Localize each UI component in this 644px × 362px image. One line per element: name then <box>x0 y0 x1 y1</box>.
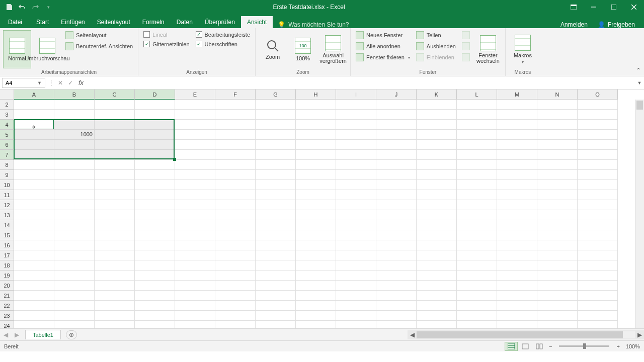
cell[interactable] <box>14 250 54 260</box>
cell[interactable] <box>457 281 497 291</box>
cell[interactable] <box>376 311 417 321</box>
cell[interactable] <box>497 110 537 120</box>
cell[interactable] <box>95 210 135 220</box>
tell-me-search[interactable]: 💡 Was möchten Sie tun? <box>273 21 354 28</box>
cell[interactable] <box>256 220 296 230</box>
cell[interactable] <box>417 200 457 210</box>
cell[interactable] <box>215 281 256 291</box>
col-header[interactable]: K <box>417 89 457 100</box>
cell[interactable] <box>14 260 54 270</box>
undo-icon[interactable] <box>16 1 28 13</box>
cell[interactable] <box>537 230 578 240</box>
cell[interactable] <box>336 160 376 170</box>
redo-icon[interactable] <box>29 1 41 13</box>
cell[interactable] <box>336 170 376 180</box>
tab-ueberpruefen[interactable]: Überprüfen <box>199 16 241 28</box>
cell[interactable] <box>215 301 256 311</box>
cell[interactable] <box>95 220 135 230</box>
cell[interactable] <box>14 321 54 328</box>
row-header[interactable]: 8 <box>0 160 14 170</box>
cell[interactable] <box>376 220 417 230</box>
cell[interactable] <box>54 210 95 220</box>
cell[interactable] <box>497 301 537 311</box>
cell[interactable] <box>376 270 417 281</box>
cell[interactable] <box>417 190 457 200</box>
cell[interactable] <box>417 180 457 190</box>
cell[interactable] <box>457 170 497 180</box>
save-icon[interactable] <box>3 1 15 13</box>
cell[interactable] <box>95 230 135 240</box>
cell[interactable] <box>417 260 457 270</box>
row-header[interactable]: 9 <box>0 170 14 180</box>
cell[interactable] <box>417 140 457 150</box>
cell[interactable] <box>376 200 417 210</box>
cell[interactable] <box>336 281 376 291</box>
cell[interactable] <box>457 190 497 200</box>
cell[interactable] <box>256 270 296 281</box>
cell[interactable] <box>95 180 135 190</box>
cell[interactable] <box>457 110 497 120</box>
row-header[interactable]: 3 <box>0 110 14 120</box>
cell[interactable] <box>135 170 175 180</box>
cell[interactable] <box>54 270 95 281</box>
cell[interactable] <box>578 301 618 311</box>
cell[interactable] <box>135 250 175 260</box>
row-header[interactable]: 24 <box>0 321 14 328</box>
cell[interactable] <box>537 190 578 200</box>
chevron-down-icon[interactable]: ▼ <box>37 80 42 85</box>
cell[interactable] <box>215 200 256 210</box>
cell[interactable] <box>135 240 175 250</box>
col-header[interactable]: A <box>14 89 54 100</box>
cell[interactable] <box>296 120 336 130</box>
normal-view-icon[interactable] <box>505 342 518 351</box>
cell[interactable] <box>376 250 417 260</box>
cell[interactable] <box>537 200 578 210</box>
cell[interactable] <box>417 100 457 110</box>
switch-windows-button[interactable]: Fenster wechseln <box>474 30 502 68</box>
cell[interactable] <box>537 311 578 321</box>
cell[interactable] <box>14 100 54 110</box>
cell[interactable] <box>54 301 95 311</box>
tab-nav-next-icon[interactable]: ▶ <box>11 331 22 338</box>
cell[interactable] <box>135 321 175 328</box>
cell[interactable] <box>497 180 537 190</box>
macros-button[interactable]: Makros▾ <box>509 30 537 68</box>
col-header[interactable]: L <box>457 89 497 100</box>
col-header[interactable]: B <box>54 89 95 100</box>
cell[interactable] <box>135 220 175 230</box>
cell[interactable] <box>256 150 296 160</box>
row-header[interactable]: 20 <box>0 281 14 291</box>
cell[interactable] <box>175 220 215 230</box>
cell[interactable] <box>336 250 376 260</box>
cell[interactable] <box>256 180 296 190</box>
cell[interactable] <box>14 291 54 301</box>
cell[interactable] <box>135 100 175 110</box>
cell[interactable] <box>497 291 537 301</box>
cell[interactable] <box>417 170 457 180</box>
cell[interactable] <box>95 291 135 301</box>
cell[interactable] <box>215 180 256 190</box>
col-header[interactable]: H <box>296 89 336 100</box>
cell[interactable] <box>215 220 256 230</box>
cell[interactable] <box>135 301 175 311</box>
cell[interactable] <box>14 311 54 321</box>
cell[interactable] <box>537 150 578 160</box>
formula-input[interactable] <box>87 78 635 88</box>
cell[interactable] <box>417 230 457 240</box>
cell[interactable] <box>256 250 296 260</box>
cell[interactable] <box>54 100 95 110</box>
cell[interactable] <box>497 170 537 180</box>
cell[interactable] <box>175 180 215 190</box>
cell[interactable] <box>215 240 256 250</box>
cell[interactable] <box>417 270 457 281</box>
cell[interactable] <box>175 240 215 250</box>
cell[interactable] <box>537 100 578 110</box>
cell[interactable] <box>578 120 618 130</box>
row-header[interactable]: 15 <box>0 230 14 240</box>
cell[interactable] <box>135 190 175 200</box>
cell[interactable] <box>54 110 95 120</box>
freeze-panes-button[interactable]: Fenster fixieren▾ <box>354 52 412 62</box>
cell[interactable] <box>54 240 95 250</box>
custom-views-button[interactable]: Benutzerdef. Ansichten <box>63 41 135 51</box>
cell[interactable] <box>175 210 215 220</box>
